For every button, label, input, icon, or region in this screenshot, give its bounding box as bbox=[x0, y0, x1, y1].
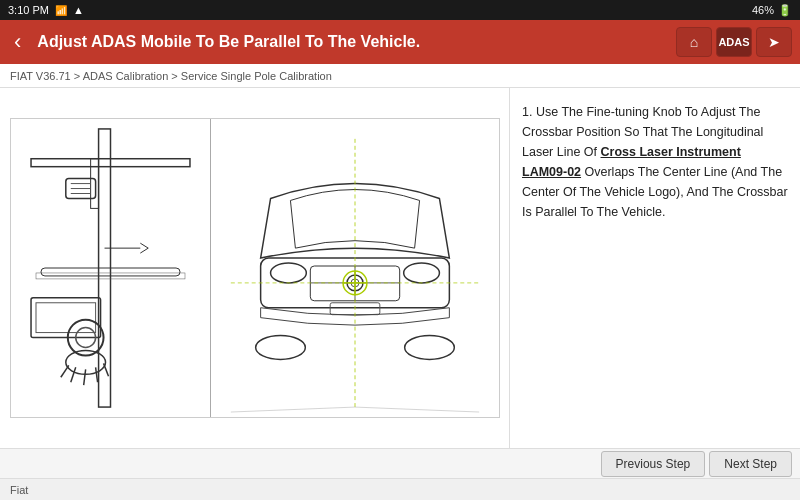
svg-line-11 bbox=[95, 367, 97, 382]
svg-line-19 bbox=[140, 248, 148, 253]
right-diagram-svg bbox=[211, 119, 499, 417]
image-panel bbox=[0, 88, 510, 448]
breadcrumb-text: FIAT V36.71 > ADAS Calibration > Service… bbox=[10, 70, 332, 82]
export-button[interactable]: ➤ bbox=[756, 27, 792, 57]
svg-line-38 bbox=[230, 407, 354, 412]
brand-label: Fiat bbox=[10, 484, 28, 496]
svg-point-31 bbox=[255, 336, 305, 360]
status-right: 46% 🔋 bbox=[752, 4, 792, 17]
svg-line-8 bbox=[60, 365, 68, 377]
bottom-bar: Previous Step Next Step bbox=[0, 448, 800, 478]
status-bar: 3:10 PM 📶 ▲ 46% 🔋 bbox=[0, 0, 800, 20]
page-title: Adjust ADAS Mobile To Be Parallel To The… bbox=[37, 33, 666, 51]
status-left: 3:10 PM 📶 ▲ bbox=[8, 4, 84, 16]
svg-line-10 bbox=[83, 369, 85, 385]
footer: Fiat bbox=[0, 478, 800, 500]
adas-button[interactable]: ADAS bbox=[716, 27, 752, 57]
left-diagram-svg bbox=[11, 119, 210, 417]
wifi-icon: 📶 bbox=[55, 5, 67, 16]
adas-icon: ADAS bbox=[718, 36, 749, 48]
previous-step-button[interactable]: Previous Step bbox=[601, 451, 706, 477]
header: ‹ Adjust ADAS Mobile To Be Parallel To T… bbox=[0, 20, 800, 64]
diagram-left bbox=[11, 119, 211, 417]
svg-point-32 bbox=[404, 336, 454, 360]
header-icon-group: ⌂ ADAS ➤ bbox=[676, 27, 792, 57]
step-number: 1. bbox=[522, 105, 532, 119]
breadcrumb: FIAT V36.71 > ADAS Calibration > Service… bbox=[0, 64, 800, 88]
diagram-right bbox=[211, 119, 499, 417]
battery-display: 46% bbox=[752, 4, 774, 16]
next-step-button[interactable]: Next Step bbox=[709, 451, 792, 477]
home-button[interactable]: ⌂ bbox=[676, 27, 712, 57]
home-icon: ⌂ bbox=[690, 34, 698, 50]
time-display: 3:10 PM bbox=[8, 4, 49, 16]
back-button[interactable]: ‹ bbox=[8, 31, 27, 53]
export-icon: ➤ bbox=[768, 34, 780, 50]
signal-icon: ▲ bbox=[73, 4, 84, 16]
svg-line-39 bbox=[355, 407, 479, 412]
svg-point-28 bbox=[270, 263, 306, 283]
text-panel: 1. Use The Fine-tuning Knob To Adjust Th… bbox=[510, 88, 800, 448]
diagram-container bbox=[10, 118, 500, 418]
svg-rect-3 bbox=[31, 298, 101, 338]
instruction-text: 1. Use The Fine-tuning Knob To Adjust Th… bbox=[522, 102, 788, 222]
svg-line-9 bbox=[70, 367, 75, 382]
svg-line-18 bbox=[140, 243, 148, 248]
battery-icon: 🔋 bbox=[778, 4, 792, 17]
svg-line-12 bbox=[103, 363, 108, 376]
svg-point-29 bbox=[403, 263, 439, 283]
main-content: 1. Use The Fine-tuning Knob To Adjust Th… bbox=[0, 88, 800, 448]
